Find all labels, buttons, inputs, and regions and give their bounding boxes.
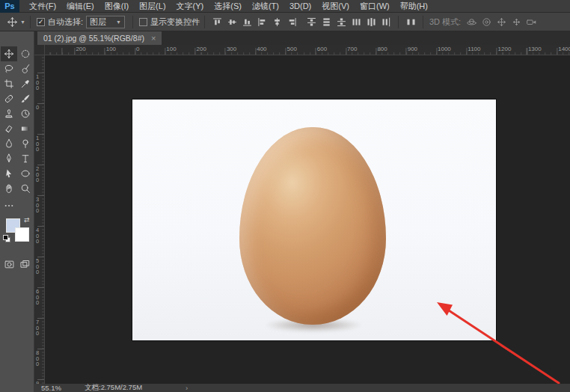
distribute-right-icon[interactable] [379,14,393,30]
h-ruler-label: 200 [76,46,85,52]
menu-bar: Ps 文件(F)编辑(E)图像(I)图层(L)文字(Y)选择(S)滤镜(T)3D… [0,0,570,13]
color-swatches: ⇄ [1,216,34,251]
close-icon[interactable]: × [151,34,156,42]
document-tab[interactable]: 01 (2).jpg @ 55.1%(RGB/8#) × [37,31,162,45]
h-ruler-label: 1100 [468,46,480,52]
distribute-top-icon[interactable] [304,14,319,30]
show-transform-checkbox[interactable] [139,18,147,26]
menu-item-7[interactable]: 3D(D) [284,0,316,13]
canvas-workspace[interactable] [45,55,570,384]
swap-colors-icon[interactable]: ⇄ [24,216,30,224]
menu-item-5[interactable]: 选择(S) [209,0,247,13]
divider [398,16,399,28]
quick-mask-icon[interactable] [4,257,15,272]
menu-item-9[interactable]: 窗口(W) [355,0,395,13]
align-hcenter-icon[interactable] [269,14,284,30]
tool-options-bar: ▼ ✓ 自动选择: 图层 ▼ 显示变换控件 3D 模式: [0,13,570,31]
h-ruler-label: 900 [408,46,417,52]
menu-item-0[interactable]: 文件(F) [24,0,61,13]
crop-tool[interactable] [1,76,17,91]
align-vcenter-icon[interactable] [224,14,239,30]
status-chevron-icon[interactable]: › [186,384,188,392]
distribute-hcenter-icon[interactable] [364,14,379,30]
zoom-level-field[interactable]: 55.1% [41,384,74,392]
healing-brush-tool[interactable] [1,91,17,106]
move-tool[interactable] [1,46,17,61]
ruler-corner [34,45,45,55]
auto-select-checkbox[interactable]: ✓ [37,18,45,26]
3d-pan-icon[interactable] [494,14,509,30]
eyedropper-tool[interactable] [17,76,34,91]
v-ruler-label: 4 0 0 [36,227,39,245]
v-ruler-label: 8 0 0 [36,350,39,367]
3d-mode-label: 3D 模式: [429,16,461,28]
default-colors-icon[interactable] [3,235,10,242]
tools-panel: ⇄ [0,31,34,392]
divider [30,16,31,28]
shape-tool[interactable] [17,166,34,181]
h-ruler-label: 400 [257,46,266,52]
gradient-tool[interactable] [17,121,34,136]
distribute-vcenter-icon[interactable] [319,14,334,30]
vertical-ruler[interactable]: 1 0 001 0 02 0 03 0 04 0 05 0 06 0 07 0 … [34,55,45,384]
v-ruler-label: 5 0 0 [36,258,39,275]
blur-tool[interactable] [1,136,17,151]
v-ruler-label: 0 [36,105,39,111]
background-color-swatch[interactable] [15,227,29,242]
screen-mode-icon[interactable] [19,257,31,272]
hand-tool[interactable] [1,181,17,196]
h-ruler-label: 600 [317,46,327,52]
chevron-down-icon[interactable]: ▼ [20,19,25,25]
pen-tool[interactable] [1,151,17,166]
photoshop-logo: Ps [0,0,19,13]
3d-orbit-icon[interactable] [464,14,479,30]
type-tool[interactable] [17,151,34,166]
align-top-icon[interactable] [209,14,224,30]
zoom-tool[interactable] [17,181,34,196]
align-right-icon[interactable] [284,14,299,30]
dodge-tool[interactable] [17,136,34,151]
align-left-icon[interactable] [254,14,269,30]
h-ruler-label: 300 [227,46,236,52]
show-transform-label: 显示变换控件 [150,16,200,28]
path-select-tool[interactable] [1,166,17,181]
h-ruler-label: 500 [287,46,297,52]
horizontal-ruler[interactable]: 2001000100200300400500600700800900100011… [45,45,570,55]
align-bottom-icon[interactable] [239,14,254,30]
auto-select-label: 自动选择: [48,16,83,28]
menu-item-4[interactable]: 文字(Y) [171,0,209,13]
menu-item-8[interactable]: 视图(V) [316,0,355,13]
distribute-spacing-icon[interactable] [403,14,418,30]
auto-select-target-dropdown[interactable]: 图层 ▼ [86,16,125,28]
3d-camera-icon[interactable] [524,14,539,30]
v-ruler-label: 1 0 0 [36,135,39,153]
v-ruler-label: 3 0 0 [36,197,39,214]
3d-slide-icon[interactable] [509,14,524,30]
3d-roll-icon[interactable] [479,14,494,30]
auto-select-target-value: 图层 [90,16,106,28]
lasso-tool[interactable] [1,61,17,76]
edit-toolbar-ellipsis-icon[interactable] [1,197,34,213]
status-bar: 55.1% 文档:2.75M/2.75M › [34,384,570,392]
h-ruler-label: 1200 [498,46,512,52]
menu-item-6[interactable]: 滤镜(T) [247,0,284,13]
quick-select-tool[interactable] [17,61,34,76]
divider [132,16,133,28]
v-ruler-label: 1 0 0 [36,74,39,91]
document-tab-bar: 01 (2).jpg @ 55.1%(RGB/8#) × [34,31,570,45]
history-brush-tool[interactable] [17,106,34,121]
menu-item-1[interactable]: 编辑(E) [61,0,99,13]
move-icon[interactable] [4,14,19,30]
distribute-left-icon[interactable] [349,14,364,30]
red-arrow-annotation [45,55,570,384]
h-ruler-label: 700 [347,46,357,52]
clone-stamp-tool[interactable] [1,106,17,121]
menu-item-10[interactable]: 帮助(H) [395,0,433,13]
marquee-tool[interactable] [17,46,34,61]
distribute-bottom-icon[interactable] [334,14,349,30]
menu-item-2[interactable]: 图像(I) [99,0,134,13]
brush-tool[interactable] [17,91,34,106]
menu-item-3[interactable]: 图层(L) [134,0,171,13]
eraser-tool[interactable] [1,121,17,136]
chevron-down-icon: ▼ [116,19,121,25]
